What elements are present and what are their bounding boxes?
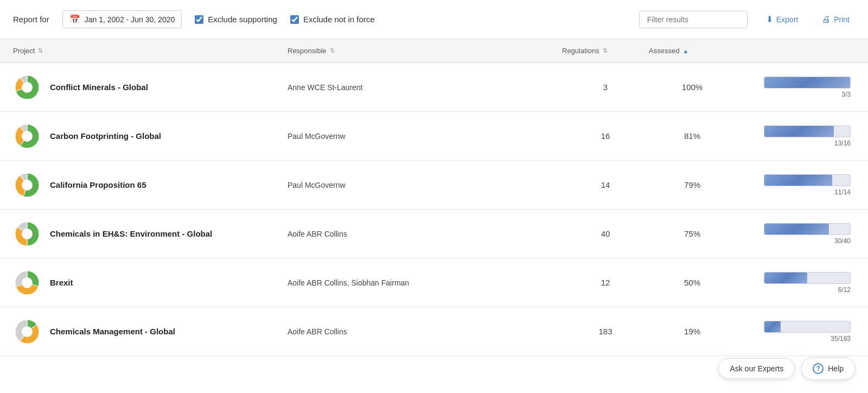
assessed-cell: 81%: [649, 131, 736, 141]
ask-experts-button[interactable]: Ask our Experts: [718, 358, 795, 379]
progress-label: 11/14: [834, 188, 851, 196]
responsible-cell: Paul McGovernw: [288, 181, 562, 189]
export-label: Export: [776, 15, 798, 24]
progress-cell: 30/40: [736, 223, 855, 245]
progress-bar-fill: [764, 77, 850, 88]
project-cell: California Proposition 65: [13, 171, 288, 199]
project-name: Chemicals Management - Global: [50, 327, 175, 336]
table-row[interactable]: Carbon Footprinting - Global Paul McGove…: [0, 112, 868, 161]
project-name: Chemicals in EH&S: Environment - Global: [50, 229, 212, 238]
responsible-cell: Aoife ABR Collins, Siobhan Fairman: [288, 278, 562, 287]
date-range-value: Jan 1, 2002 - Jun 30, 2020: [85, 15, 175, 24]
exclude-supporting-label: Exclude supporting: [208, 15, 277, 24]
table-row[interactable]: Brexit Aoife ABR Collins, Siobhan Fairma…: [0, 258, 868, 307]
svg-point-5: [22, 326, 33, 337]
progress-bar-fill: [764, 321, 781, 332]
filter-input[interactable]: [639, 11, 748, 28]
project-name: Carbon Footprinting - Global: [50, 131, 161, 141]
report-for-label: Report for: [13, 15, 49, 24]
progress-bar-container: [764, 321, 851, 333]
help-label: Help: [828, 364, 844, 373]
pie-chart: [13, 122, 41, 150]
project-name: Conflict Minerals - Global: [50, 83, 148, 92]
table-row[interactable]: Chemicals Management - Global Aoife ABR …: [0, 307, 868, 356]
responsible-cell: Aoife ABR Collins: [288, 327, 562, 336]
progress-label: 30/40: [834, 237, 851, 245]
assessed-cell: 50%: [649, 278, 736, 287]
floating-bottom: Ask our Experts ? Help: [718, 357, 855, 380]
progress-bar-container: [764, 272, 851, 284]
sort-icon-regulations: ⇅: [603, 47, 608, 54]
print-button[interactable]: 🖨 Print: [816, 11, 855, 28]
progress-bar-container: [764, 174, 851, 186]
pie-chart: [13, 318, 41, 346]
regulations-cell: 3: [562, 83, 649, 92]
progress-label: 3/3: [841, 91, 851, 98]
progress-bar-container: [764, 77, 851, 88]
exclude-supporting-checkbox[interactable]: [195, 15, 203, 24]
svg-point-1: [22, 131, 33, 142]
svg-point-4: [22, 277, 33, 288]
project-name: Brexit: [50, 278, 73, 287]
table-row[interactable]: California Proposition 65 Paul McGovernw…: [0, 161, 868, 210]
project-cell: Chemicals in EH&S: Environment - Global: [13, 220, 288, 248]
exclude-not-in-force-checkbox[interactable]: [290, 15, 299, 24]
exclude-supporting-checkbox-group[interactable]: Exclude supporting: [195, 15, 277, 24]
regulations-cell: 14: [562, 180, 649, 189]
progress-bar-container: [764, 125, 851, 137]
project-cell: Carbon Footprinting - Global: [13, 122, 288, 150]
responsible-cell: Anne WCE St-Laurent: [288, 83, 562, 92]
help-button[interactable]: ? Help: [801, 357, 855, 380]
progress-label: 6/12: [838, 286, 851, 294]
export-button[interactable]: ⬇ Export: [761, 11, 803, 28]
svg-point-2: [22, 180, 33, 191]
progress-bar-container: [764, 223, 851, 235]
regulations-cell: 183: [562, 327, 649, 336]
svg-point-3: [22, 229, 33, 239]
table-row[interactable]: Chemicals in EH&S: Environment - Global …: [0, 210, 868, 258]
table-body: Conflict Minerals - Global Anne WCE St-L…: [0, 63, 868, 356]
project-cell: Chemicals Management - Global: [13, 318, 288, 346]
progress-bar-fill: [764, 126, 834, 137]
pie-chart: [13, 220, 41, 248]
ask-experts-label: Ask our Experts: [730, 364, 783, 373]
print-icon: 🖨: [822, 15, 831, 24]
assessed-cell: 75%: [649, 229, 736, 238]
col-header-regulations[interactable]: Regulations ⇅: [562, 47, 649, 55]
progress-label: 13/16: [834, 140, 851, 147]
responsible-cell: Paul McGovernw: [288, 132, 562, 141]
table-row[interactable]: Conflict Minerals - Global Anne WCE St-L…: [0, 63, 868, 112]
print-label: Print: [834, 15, 850, 24]
table-header: Project ⇅ Responsible ⇅ Regulations ⇅ As…: [0, 39, 868, 63]
pie-chart: [13, 171, 41, 199]
progress-bar-fill: [764, 175, 832, 186]
progress-bar-fill: [764, 224, 829, 234]
progress-cell: 6/12: [736, 272, 855, 294]
col-header-responsible[interactable]: Responsible ⇅: [288, 47, 562, 55]
regulations-cell: 40: [562, 229, 649, 238]
svg-point-0: [22, 82, 33, 93]
col-header-assessed[interactable]: Assessed ▲: [649, 47, 736, 55]
exclude-not-in-force-label: Exclude not in force: [303, 15, 375, 24]
regulations-cell: 16: [562, 131, 649, 141]
pie-chart: [13, 73, 41, 102]
pie-chart: [13, 269, 41, 297]
regulations-cell: 12: [562, 278, 649, 287]
top-bar: Report for 📅 Jan 1, 2002 - Jun 30, 2020 …: [0, 0, 868, 39]
sort-icon-responsible: ⇅: [330, 47, 335, 54]
export-icon: ⬇: [766, 14, 773, 24]
assessed-cell: 100%: [649, 83, 736, 92]
exclude-not-in-force-checkbox-group[interactable]: Exclude not in force: [290, 15, 375, 24]
progress-cell: 35/183: [736, 321, 855, 343]
progress-label: 35/183: [831, 335, 851, 343]
calendar-icon: 📅: [69, 14, 80, 24]
progress-cell: 13/16: [736, 125, 855, 147]
assessed-cell: 79%: [649, 180, 736, 189]
project-name: California Proposition 65: [50, 180, 146, 189]
sort-icon-project: ⇅: [38, 47, 43, 54]
col-header-project[interactable]: Project ⇅: [13, 47, 288, 55]
date-range-button[interactable]: 📅 Jan 1, 2002 - Jun 30, 2020: [62, 10, 182, 28]
sort-icon-assessed: ▲: [682, 48, 688, 54]
progress-cell: 11/14: [736, 174, 855, 196]
project-cell: Conflict Minerals - Global: [13, 73, 288, 102]
